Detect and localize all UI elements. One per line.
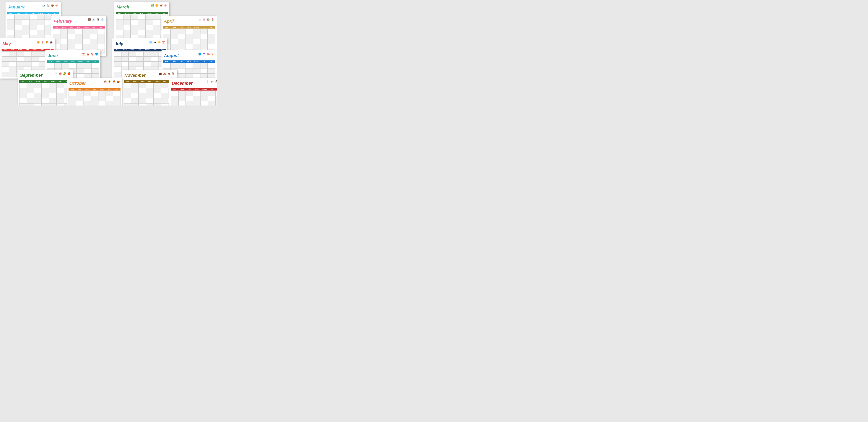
january-cell-26 — [44, 30, 52, 35]
september-cell-5 — [57, 83, 64, 88]
october-header-sun: SUN — [68, 88, 76, 91]
may-header-sun: SUN — [2, 48, 9, 51]
september-header-thurs: THURS — [49, 80, 57, 83]
september-cell-7 — [19, 88, 27, 93]
october-cell-18 — [98, 101, 106, 105]
calendar-november: November🦉🦔🍂🌰SUNMONTUESWEDTHURSFRISAT — [122, 70, 177, 105]
april-title-area: April🌷🐝🌸☁️ — [163, 17, 215, 26]
december-cell-4 — [200, 91, 208, 96]
february-cell-2 — [67, 29, 75, 34]
december-cell-12 — [208, 96, 216, 101]
march-cell-9 — [130, 20, 138, 25]
may-deco-2: 🌷 — [41, 41, 44, 44]
january-header-fri: FRI — [44, 12, 52, 14]
august-deco-0: 🍦 — [211, 53, 214, 56]
november-cell-16 — [138, 93, 146, 98]
april-header-fri: FRI — [200, 26, 208, 29]
april-deco-1: 🐝 — [207, 18, 210, 21]
july-title-area: July🏖️☀️🕶️🧊 — [114, 40, 166, 48]
february-header-fri: FRI — [90, 26, 97, 29]
september-header-wed: WED — [41, 80, 49, 83]
october-cell-15 — [76, 101, 84, 105]
july-cell-10 — [136, 57, 144, 62]
february-cell-16 — [67, 39, 75, 44]
april-deco-2: 🌸 — [203, 18, 206, 21]
july-cell-15 — [121, 62, 129, 67]
september-grid — [19, 83, 71, 105]
march-cell-15 — [123, 25, 131, 30]
calendar-december: December🎄⛄🛷🕯️SUNMONTUESWEDTHURSFRISAT — [169, 78, 217, 105]
september-cell-1 — [27, 83, 34, 88]
april-header-tues: TUES — [178, 26, 185, 29]
june-header-sun: SUN — [47, 60, 54, 63]
november-cell-19 — [161, 93, 168, 98]
may-cell-8 — [9, 57, 17, 62]
october-cell-8 — [76, 96, 84, 101]
june-deco-3: ⛱️ — [82, 53, 85, 56]
april-cell-1 — [170, 29, 178, 34]
november-grid — [124, 83, 176, 105]
august-deco-3: 🪣 — [198, 53, 201, 56]
november-cell-1 — [131, 83, 138, 88]
january-cell-4 — [37, 14, 44, 20]
march-month-title: March — [117, 4, 129, 10]
april-cell-3 — [185, 29, 193, 34]
march-cell-26 — [153, 30, 160, 35]
january-cell-7 — [7, 20, 14, 25]
june-cell-4 — [76, 63, 84, 68]
march-cell-25 — [146, 30, 153, 35]
july-cell-1 — [121, 52, 129, 57]
december-cell-17 — [193, 101, 200, 105]
august-header-fri: FRI — [200, 60, 208, 63]
december-cell-19 — [208, 101, 216, 105]
december-header-fri: FRI — [208, 88, 216, 91]
april-cell-11 — [193, 34, 200, 39]
april-header-sun: SUN — [163, 26, 170, 29]
july-header-mon: MON — [121, 48, 129, 51]
may-cell-10 — [24, 57, 31, 62]
november-cell-30 — [138, 103, 146, 105]
may-cell-11 — [31, 57, 39, 62]
november-cell-18 — [153, 93, 161, 98]
june-deco-2: 🎪 — [86, 53, 89, 56]
july-cell-0 — [114, 52, 121, 57]
october-header-thurs: THURS — [98, 88, 106, 91]
august-cell-1 — [170, 63, 178, 68]
july-header-tues: TUES — [129, 48, 136, 51]
december-deco-3: 🕯️ — [206, 80, 209, 83]
august-cell-10 — [185, 68, 193, 73]
july-cell-8 — [121, 57, 129, 62]
october-cell-17 — [91, 101, 98, 105]
november-cell-8 — [131, 88, 138, 93]
may-cell-5 — [39, 52, 46, 57]
march-cell-7 — [116, 20, 123, 25]
june-cell-3 — [69, 63, 76, 68]
february-cell-19 — [90, 39, 97, 44]
june-cell-1 — [54, 63, 62, 68]
july-header-fri: FRI — [151, 48, 158, 51]
march-header-fri: FRI — [153, 12, 160, 14]
april-cell-16 — [178, 39, 185, 44]
august-cell-12 — [200, 68, 208, 73]
january-deco-0: 🛷 — [55, 4, 58, 7]
may-cell-19 — [39, 62, 46, 67]
november-cell-32 — [153, 103, 161, 105]
march-cell-22 — [123, 30, 131, 35]
december-cell-0 — [171, 91, 178, 96]
october-header-mon: MON — [76, 88, 84, 91]
february-cell-3 — [75, 29, 83, 34]
august-header-tues: TUES — [178, 60, 185, 63]
june-header-mon: MON — [54, 60, 62, 63]
march-cell-18 — [146, 25, 153, 30]
december-cell-15 — [178, 101, 186, 105]
february-header-mon: MON — [60, 26, 68, 29]
december-cell-3 — [193, 91, 200, 96]
march-cell-19 — [153, 25, 160, 30]
january-header-tues: TUES — [22, 12, 29, 14]
november-cell-0 — [124, 83, 131, 88]
december-cell-1 — [178, 91, 186, 96]
april-cell-8 — [170, 34, 178, 39]
november-header-wed: WED — [146, 80, 153, 83]
july-cell-19 — [151, 62, 158, 67]
february-cell-25 — [83, 44, 90, 49]
